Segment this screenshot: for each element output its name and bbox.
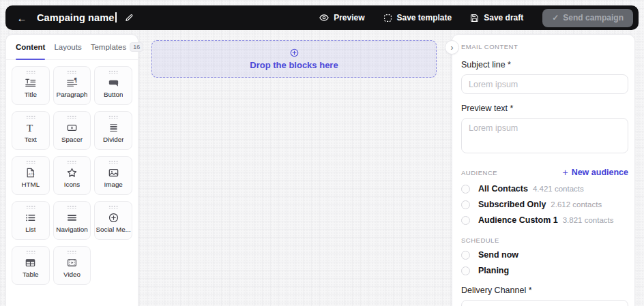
drag-handle-icon	[26, 205, 35, 209]
star-icon	[65, 165, 78, 180]
campaign-name-input[interactable]: Campaing name	[37, 12, 117, 23]
schedule-option-planing[interactable]: Planing	[461, 266, 628, 275]
block-html[interactable]: </> HTML	[12, 156, 50, 195]
block-divider[interactable]: Divider	[94, 111, 132, 150]
block-list[interactable]: List	[12, 201, 50, 240]
video-icon	[65, 255, 78, 270]
back-arrow-icon: ←	[17, 12, 27, 24]
radio-button[interactable]	[461, 216, 470, 225]
drag-handle-icon	[108, 70, 118, 74]
floppy-save-icon	[470, 14, 479, 22]
drag-handle-icon	[26, 70, 35, 74]
title-icon	[24, 75, 37, 90]
hamburger-menu-icon	[65, 210, 78, 225]
campaign-builder-app: ← Campaing name Preview Save template	[0, 0, 644, 306]
collapse-panel-button[interactable]: ›	[445, 40, 459, 55]
svg-text:T: T	[27, 121, 33, 133]
block-social-media[interactable]: Social Me...	[94, 201, 132, 240]
block-title[interactable]: Title	[12, 66, 50, 105]
tab-content[interactable]: Content	[16, 35, 45, 59]
block-text[interactable]: T Text	[12, 111, 50, 150]
radio-button[interactable]	[461, 185, 470, 194]
audience-option-all-contacts[interactable]: All Contacts 4.421 contacts	[461, 184, 628, 194]
email-content-section-label: EMAIL CONTENT	[461, 43, 628, 50]
html-icon: </>	[24, 165, 37, 180]
email-canvas: Drop the blocks here	[138, 34, 452, 306]
panel-tabs: Content Layouts Templates 16	[6, 35, 138, 60]
radio-button[interactable]	[461, 251, 470, 260]
preview-text-label: Preview text *	[461, 104, 628, 113]
button-icon	[107, 75, 120, 90]
audience-option-subscribed-only[interactable]: Subscribed Only 2.612 contacts	[461, 200, 628, 209]
edit-name-button[interactable]	[125, 14, 134, 22]
topbar: ← Campaing name Preview Save template	[5, 5, 639, 30]
pencil-icon	[125, 14, 134, 22]
tab-layouts[interactable]: Layouts	[54, 35, 81, 59]
drag-handle-icon	[108, 115, 118, 119]
subject-line-input[interactable]	[461, 74, 628, 94]
drag-handle-icon	[108, 205, 118, 209]
block-video[interactable]: Video	[53, 246, 91, 285]
schedule-option-send-now[interactable]: Send now	[461, 250, 628, 260]
topbar-actions: Preview Save template Save draft ✓ Send …	[319, 9, 633, 27]
chevron-right-icon: ›	[451, 44, 454, 52]
block-icons[interactable]: Icons	[53, 156, 91, 195]
block-image[interactable]: Image	[94, 156, 132, 195]
dashed-frame-icon	[383, 14, 392, 22]
text-icon: T	[24, 120, 37, 135]
block-paragraph[interactable]: ¶ Paragraph	[53, 66, 91, 105]
drag-handle-icon	[26, 160, 35, 164]
dropzone[interactable]: Drop the blocks here	[151, 40, 437, 78]
list-icon	[24, 210, 37, 225]
preview-text-input[interactable]	[461, 118, 628, 153]
save-draft-button[interactable]: Save draft	[470, 13, 523, 22]
image-icon	[107, 165, 120, 180]
block-navigation[interactable]: Navigation	[53, 201, 91, 240]
table-icon	[24, 255, 37, 270]
block-button[interactable]: Button	[94, 66, 132, 105]
divider-icon	[107, 120, 120, 135]
tab-templates[interactable]: Templates 16	[91, 35, 143, 59]
plus-circle-icon	[289, 48, 299, 58]
back-button[interactable]: ←	[14, 10, 30, 26]
drag-handle-icon	[67, 70, 76, 74]
dropzone-label: Drop the blocks here	[250, 60, 338, 70]
drag-handle-icon	[26, 250, 35, 254]
schedule-section-label: SCHEDULE	[461, 236, 628, 244]
delivery-channel-label: Delivery Channel *	[461, 286, 628, 295]
block-spacer[interactable]: Spacer	[53, 111, 91, 150]
drag-handle-icon	[108, 160, 118, 164]
paragraph-icon: ¶	[65, 75, 78, 90]
audience-section-label: AUDIENCE	[461, 169, 497, 177]
check-icon: ✓	[552, 13, 559, 22]
block-table[interactable]: Table	[12, 246, 50, 285]
eye-icon	[319, 13, 329, 22]
svg-text:¶: ¶	[74, 78, 77, 84]
drag-handle-icon	[67, 160, 76, 164]
send-campaign-button[interactable]: ✓ Send campaign	[542, 9, 633, 27]
blocks-panel: Content Layouts Templates 16 Title	[5, 34, 138, 306]
radio-button[interactable]	[461, 266, 470, 275]
text-cursor	[115, 12, 117, 22]
audience-option-custom-1[interactable]: Audience Custom 1 3.821 contacts	[461, 215, 628, 225]
new-audience-button[interactable]: + New audience	[562, 167, 628, 178]
subject-line-label: Subject line *	[461, 60, 628, 70]
settings-panel: › EMAIL CONTENT Subject line * Preview t…	[452, 34, 635, 306]
drag-handle-icon	[26, 115, 35, 119]
preview-button[interactable]: Preview	[319, 13, 364, 22]
blocks-grid: Title ¶ Paragraph Button	[6, 60, 138, 291]
drag-handle-icon	[67, 250, 76, 254]
plus-icon: +	[562, 167, 568, 178]
save-template-button[interactable]: Save template	[383, 13, 452, 22]
svg-text:</>: </>	[29, 171, 35, 175]
drag-handle-icon	[67, 115, 76, 119]
spacer-icon	[65, 120, 78, 135]
circle-plus-icon	[107, 210, 120, 225]
main-area: Content Layouts Templates 16 Title	[5, 34, 635, 306]
radio-button[interactable]	[461, 200, 470, 209]
drag-handle-icon	[67, 205, 76, 209]
delivery-channel-select[interactable]: Choose the channel	[461, 300, 628, 306]
